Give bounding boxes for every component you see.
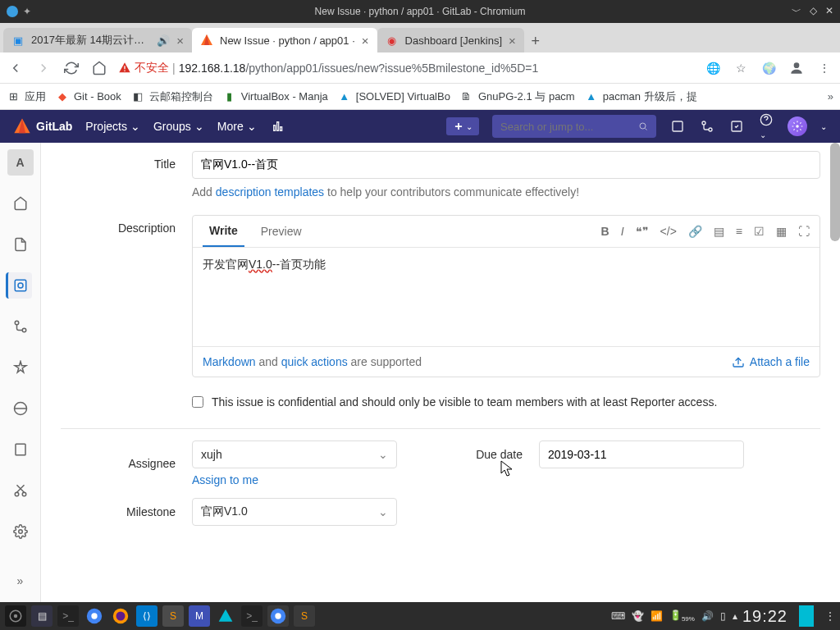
project-avatar[interactable]: A — [7, 149, 34, 176]
description-templates-link[interactable]: description templates — [216, 185, 324, 199]
tray-icon[interactable]: 👻 — [632, 610, 644, 622]
fullscreen-icon[interactable]: ⛶ — [798, 225, 810, 238]
tab-close-icon[interactable]: × — [509, 34, 516, 48]
issues-icon[interactable] — [669, 120, 686, 133]
sidebar-home-icon[interactable] — [7, 190, 34, 217]
terminal-icon[interactable]: >_ — [241, 605, 262, 627]
bookmark-item[interactable]: ▲pacman 升级后，提 — [585, 89, 697, 104]
merge-requests-icon[interactable] — [699, 120, 715, 133]
bookmark-item[interactable]: 🗎GnuPG-2.1 与 pacm — [460, 89, 575, 104]
terminal-icon[interactable]: >_ — [57, 605, 79, 627]
search-input[interactable] — [500, 121, 638, 133]
nav-groups[interactable]: Groups ⌄ — [153, 120, 204, 133]
help-icon[interactable]: ⌄ — [758, 113, 774, 140]
write-tab[interactable]: Write — [203, 216, 244, 247]
preview-tab[interactable]: Preview — [254, 217, 308, 246]
pin-icon[interactable]: ✦ — [23, 6, 31, 17]
battery-icon[interactable]: 🔋59% — [669, 609, 695, 623]
bookmark-item[interactable]: ◆Git - Book — [56, 90, 121, 103]
address-bar[interactable]: 不安全 | 192.168.1.18/python/app01/issues/n… — [118, 61, 694, 75]
sidebar-settings-icon[interactable] — [7, 518, 34, 545]
activity-icon[interactable] — [270, 120, 286, 133]
assignee-dropdown[interactable]: xujh⌄ — [192, 441, 397, 468]
task-list-icon[interactable]: ☑ — [754, 225, 765, 238]
sublime-icon[interactable]: S — [162, 605, 184, 627]
chevron-down-icon[interactable]: ⌄ — [820, 122, 827, 131]
assign-to-me-link[interactable]: Assign to me — [192, 473, 258, 486]
sidebar-wiki-icon[interactable] — [7, 436, 34, 463]
minimize-icon[interactable]: ﹀ — [792, 5, 801, 19]
sidebar-ops-icon[interactable] — [7, 395, 34, 422]
bookmark-overflow-icon[interactable]: » — [828, 90, 833, 103]
sidebar-ci-icon[interactable] — [7, 354, 34, 381]
quote-icon[interactable]: ❝❞ — [636, 225, 649, 238]
sublime-active-icon[interactable]: S — [294, 605, 315, 627]
description-textarea[interactable]: 开发官网V1.0--首页功能 — [193, 248, 819, 346]
browser-tab[interactable]: ▣ 2017年最新 14期云计算与 🔊 × — [3, 28, 192, 52]
bullet-list-icon[interactable]: ▤ — [714, 225, 724, 238]
confidential-checkbox[interactable] — [192, 396, 203, 408]
todos-icon[interactable] — [728, 120, 745, 133]
globe-icon[interactable]: 🌍 — [760, 59, 778, 77]
firefox-icon[interactable] — [110, 605, 131, 627]
link-icon[interactable]: 🔗 — [688, 225, 702, 238]
bold-icon[interactable]: B — [601, 225, 609, 238]
browser-tab[interactable]: ◉ Dashboard [Jenkins] × — [377, 28, 524, 52]
reload-button[interactable] — [62, 59, 80, 77]
sidebar-expand-icon[interactable]: » — [7, 568, 34, 594]
quick-actions-link[interactable]: quick actions — [281, 355, 348, 368]
code-icon[interactable]: </> — [660, 225, 677, 238]
start-menu-icon[interactable] — [5, 605, 26, 627]
taskbar-app-icon[interactable]: ▤ — [31, 605, 52, 627]
close-icon[interactable]: ✕ — [825, 5, 833, 19]
due-date-input[interactable] — [539, 441, 744, 468]
audio-icon[interactable]: 🔊 — [157, 34, 170, 47]
tab-close-icon[interactable]: × — [176, 34, 184, 48]
tab-close-icon[interactable]: × — [362, 34, 369, 48]
home-button[interactable] — [90, 59, 108, 77]
chromium-icon[interactable] — [84, 605, 105, 627]
user-avatar[interactable] — [788, 116, 807, 136]
app-icon[interactable] — [215, 605, 236, 627]
attach-file-button[interactable]: Attach a file — [732, 355, 810, 368]
nav-more[interactable]: More ⌄ — [217, 120, 257, 133]
italic-icon[interactable]: I — [621, 225, 624, 238]
back-button[interactable] — [7, 59, 25, 77]
apps-button[interactable]: ⊞应用 — [7, 89, 46, 104]
sidebar-merge-icon[interactable] — [7, 313, 34, 340]
chromium-active-icon[interactable] — [267, 605, 289, 627]
system-tray[interactable]: ⌨ 👻 📶 🔋59% 🔊 ▯ ▴ — [611, 609, 737, 623]
nav-projects[interactable]: Projects ⌄ — [85, 120, 140, 133]
maximize-icon[interactable]: ◇ — [810, 5, 817, 19]
title-input[interactable] — [192, 151, 820, 179]
volume-icon[interactable]: 🔊 — [701, 610, 714, 622]
tray-menu-icon[interactable]: ⋮ — [825, 610, 835, 622]
sidebar-issues-icon[interactable] — [6, 272, 32, 299]
translate-icon[interactable]: 🌐 — [704, 59, 722, 77]
milestone-dropdown[interactable]: 官网V1.0⌄ — [192, 498, 397, 526]
gitlab-search[interactable] — [492, 115, 656, 138]
clock[interactable]: 19:22 — [742, 607, 788, 626]
bookmark-item[interactable]: ◧云邮箱控制台 — [131, 89, 213, 104]
tray-expand-icon[interactable]: ▴ — [733, 610, 737, 622]
table-icon[interactable]: ▦ — [776, 225, 787, 238]
show-desktop[interactable] — [799, 605, 814, 627]
number-list-icon[interactable]: ≡ — [736, 225, 742, 238]
scrollbar[interactable] — [830, 143, 840, 241]
new-tab-button[interactable]: + — [524, 30, 547, 52]
app-icon[interactable]: M — [189, 605, 210, 627]
tray-icon[interactable]: ▯ — [720, 610, 726, 622]
bookmark-star-icon[interactable]: ☆ — [732, 59, 750, 77]
browser-tab[interactable]: New Issue · python / app01 · × — [192, 28, 377, 52]
bookmark-item[interactable]: ▮VirtualBox - Manja — [223, 90, 328, 103]
new-dropdown[interactable]: ⌄ — [446, 117, 479, 135]
markdown-link[interactable]: Markdown — [203, 355, 256, 368]
bookmark-item[interactable]: ▲[SOLVED] VirtualBo — [338, 90, 450, 103]
sidebar-snippets-icon[interactable] — [7, 477, 34, 504]
keyboard-icon[interactable]: ⌨ — [611, 610, 625, 622]
wifi-icon[interactable]: 📶 — [651, 610, 663, 622]
gitlab-logo[interactable]: GitLab — [13, 117, 72, 135]
profile-icon[interactable] — [788, 59, 806, 77]
sidebar-repo-icon[interactable] — [7, 231, 34, 258]
forward-button[interactable] — [34, 59, 52, 77]
